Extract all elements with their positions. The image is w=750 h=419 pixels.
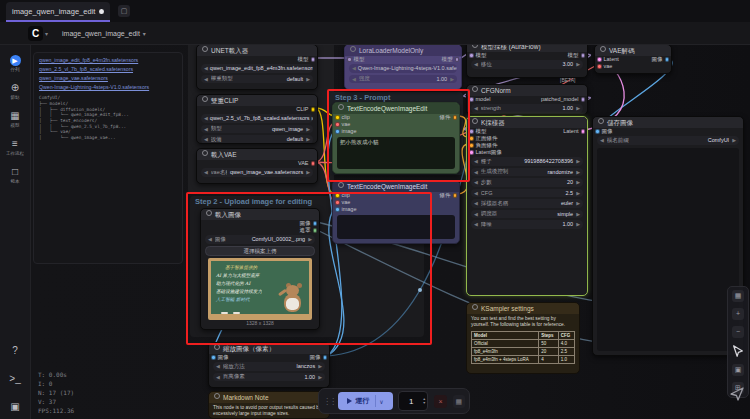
node-textencode-negative[interactable]: TextEncodeQwenImageEditclip條件vaeimage [332, 180, 460, 244]
vae-port-icon[interactable] [335, 200, 340, 205]
increment-icon[interactable]: ▶ [576, 179, 580, 185]
降噪-widget[interactable]: ◀降噪1.00▶ [471, 220, 583, 229]
圖像-port-icon[interactable] [323, 355, 328, 360]
input-slot[interactable]: 負面條件 [469, 142, 498, 149]
input-slot[interactable]: Latent圖像 [469, 149, 502, 156]
decrement-icon[interactable]: ◀ [216, 374, 220, 380]
increment-icon[interactable]: ▶ [318, 363, 322, 369]
input-slot[interactable]: 正面條件 [469, 135, 498, 142]
檔名前綴-widget[interactable]: ◀檔名前綴ComfyUI▶ [597, 136, 739, 145]
scale-titlebar[interactable]: 縮放圖像（像素） [209, 343, 329, 354]
input-slot[interactable]: Latent [597, 56, 619, 63]
output-slot[interactable]: 模型 [298, 56, 316, 63]
collapse-dot-icon[interactable] [338, 182, 344, 188]
cursor-select-icon[interactable] [731, 344, 745, 358]
increment-icon[interactable]: ▶ [576, 211, 580, 217]
種子-widget[interactable]: ◀種子9919886422708396▶ [471, 157, 583, 166]
output-slot[interactable]: 圖像 [300, 220, 318, 227]
decrement-icon[interactable]: ◀ [204, 136, 208, 142]
input-slot[interactable]: model [469, 96, 490, 103]
output-slot[interactable]: 模型 [442, 56, 460, 63]
sidebar-item-nodes[interactable]: ⊕節點 [0, 82, 30, 100]
increment-icon[interactable]: ▶ [308, 236, 312, 242]
decrement-icon[interactable]: ◀ [204, 115, 208, 121]
collapse-dot-icon[interactable] [472, 86, 478, 92]
prompt-textarea[interactable] [337, 215, 455, 239]
decrement-icon[interactable]: ◀ [474, 211, 478, 217]
node-scale-image[interactable]: 縮放圖像（像素）圖像圖像◀縮放方法lanczos▶◀百萬像素1.00▶ [208, 342, 330, 388]
遮罩-port-icon[interactable] [313, 228, 318, 233]
increment-icon[interactable]: ▶ [312, 115, 313, 121]
increment-icon[interactable]: ▶ [306, 126, 310, 132]
ksampler-titlebar[interactable]: K採樣器 [467, 117, 587, 128]
vaeloader-titlebar[interactable]: 載入VAE [197, 149, 317, 160]
send-icon[interactable] [729, 386, 745, 402]
調度器-widget[interactable]: ◀調度器simple▶ [471, 210, 583, 219]
run-button[interactable]: 運行 ∨ [338, 392, 393, 410]
decrement-icon[interactable]: ◀ [474, 190, 478, 196]
sidebar-item-workflows[interactable]: ≡工作流程 [0, 138, 30, 156]
drag-handle-icon[interactable]: ⋮⋮ [323, 397, 335, 406]
node-cfgnorm[interactable]: CFGNormmodelpatched_model◀strength1.00▶ [466, 84, 588, 115]
模型-port-icon[interactable] [347, 57, 352, 62]
移位-widget[interactable]: ◀移位3.00▶ [471, 60, 583, 69]
decrement-icon[interactable]: ◀ [204, 169, 208, 175]
縮放方法-widget[interactable]: ◀縮放方法lanczos▶ [213, 362, 325, 371]
sidebar-item-terminal[interactable]: >_ [0, 373, 30, 385]
input-slot[interactable]: vae [597, 63, 612, 70]
image-port-icon[interactable] [335, 129, 340, 134]
node-dualclip-loader[interactable]: 雙重CLIPCLIP◀qwen_2.5_vl_7b_fp8_scaled.saf… [196, 94, 318, 144]
zoom-in-icon[interactable]: + [732, 308, 744, 320]
input-slot[interactable]: 模型 [347, 56, 365, 63]
collapse-dot-icon[interactable] [472, 118, 478, 124]
設備-widget[interactable]: ◀設備default▶ [201, 135, 313, 144]
run-options-chevron-icon[interactable]: ∨ [379, 398, 383, 405]
collapse-dot-icon[interactable] [598, 118, 604, 124]
Latent圖像-port-icon[interactable] [469, 150, 474, 155]
unet-titlebar[interactable]: UNET載入器 [197, 45, 317, 56]
decrement-icon[interactable]: ◀ [352, 65, 356, 71]
decrement-icon[interactable]: ◀ [474, 179, 478, 185]
combo-widget[interactable]: ◀qwen_image_edit_fp8_e4m3fn.safetensors▶ [201, 64, 313, 73]
collapse-dot-icon[interactable] [214, 344, 220, 350]
input-slot[interactable]: clip [335, 192, 350, 199]
collapse-dot-icon[interactable] [600, 46, 606, 52]
decrement-icon[interactable]: ◀ [474, 61, 478, 67]
CLIP-port-icon[interactable] [311, 107, 316, 112]
模型-port-icon[interactable] [581, 53, 586, 58]
步數-widget[interactable]: ◀步數20▶ [471, 178, 583, 187]
comfyui-logo[interactable]: C [28, 26, 43, 41]
clear-queue-icon[interactable]: × [434, 395, 446, 408]
node-save-image[interactable]: 儲存圖像圖像◀檔名前綴ComfyUI▶ [592, 116, 744, 356]
vae-port-icon[interactable] [597, 64, 602, 69]
increment-icon[interactable]: ▶ [576, 169, 580, 175]
workflow-title-caret-icon[interactable]: ▾ [143, 30, 146, 37]
input-slot[interactable]: vae [335, 121, 350, 128]
decrement-icon[interactable]: ◀ [474, 221, 478, 227]
output-slot[interactable]: 條件 [440, 114, 458, 121]
node-modelsampling-auraflow[interactable]: 模型採樣 (AuraFlow)模型模型◀移位3.00▶ [466, 40, 588, 78]
increment-icon[interactable]: ▶ [450, 76, 454, 82]
decrement-icon[interactable]: ◀ [474, 158, 478, 164]
collapse-dot-icon[interactable] [202, 96, 208, 102]
increment-icon[interactable]: ▶ [576, 158, 580, 164]
vae名稱-widget[interactable]: ◀vae名稱qwen_image_vae.safetensors▶ [201, 168, 313, 177]
minimap-icon[interactable]: ▦ [732, 290, 744, 302]
decrement-icon[interactable]: ◀ [474, 169, 478, 175]
output-slot[interactable]: 圖像 [652, 56, 670, 63]
模型-port-icon[interactable] [469, 53, 474, 58]
node-vae-loader[interactable]: 載入VAEVAE◀vae名稱qwen_image_vae.safetensors… [196, 148, 318, 184]
collapse-dot-icon[interactable] [350, 46, 356, 52]
markdown-note[interactable]: Markdown Note This node is to avoid poor… [208, 391, 330, 419]
collapse-dot-icon[interactable] [338, 104, 344, 110]
input-slot[interactable]: image [335, 206, 356, 213]
model-link[interactable]: Qwen-Image-Lightning-4steps-V1.0.safeten… [39, 84, 177, 91]
decrement-icon[interactable]: ◀ [208, 236, 212, 242]
increment-icon[interactable]: ▶ [732, 137, 736, 143]
increment-icon[interactable]: ▶ [576, 190, 580, 196]
生成後控制-widget[interactable]: ◀生成後控制randomize▶ [471, 168, 583, 177]
loadimage-titlebar[interactable]: 載入圖像 [201, 209, 319, 220]
collapse-dot-icon[interactable] [202, 150, 208, 156]
採樣器名稱-widget[interactable]: ◀採樣器名稱euler▶ [471, 199, 583, 208]
clip-port-icon[interactable] [335, 193, 340, 198]
